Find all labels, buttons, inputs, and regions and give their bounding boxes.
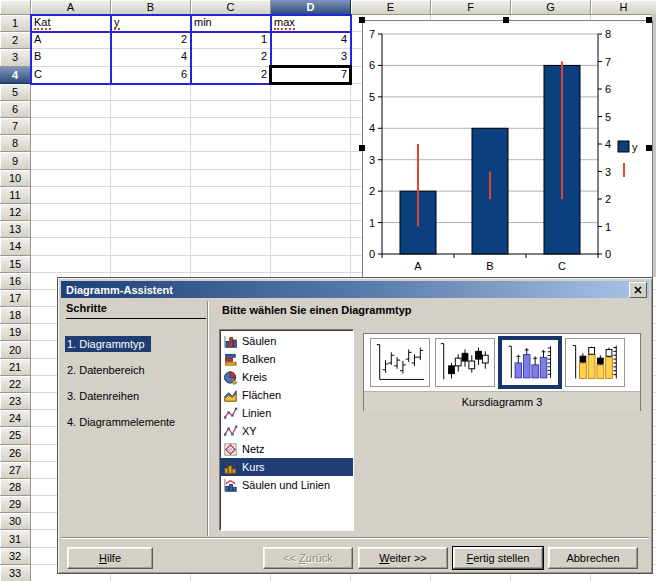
grid-cell[interactable] — [271, 238, 351, 255]
grid-cell[interactable] — [191, 204, 271, 221]
subtype-thumb-4[interactable] — [565, 338, 625, 387]
grid-cell[interactable] — [271, 170, 351, 187]
row-header-2[interactable]: 2 — [0, 32, 31, 49]
chart-resize-handle[interactable] — [503, 17, 509, 23]
wizard-step-2[interactable]: 2. Datenbereich — [65, 362, 151, 378]
wizard-step-4[interactable]: 4. Diagrammelemente — [65, 414, 181, 430]
cell-A3[interactable]: B — [31, 49, 110, 65]
chart-resize-handle[interactable] — [646, 145, 652, 151]
chart-type-bar-chart[interactable]: Balken — [220, 350, 353, 368]
chart-resize-handle[interactable] — [646, 17, 652, 23]
col-header-E[interactable]: E — [351, 0, 431, 15]
grid-cell[interactable] — [111, 187, 191, 204]
grid-cell[interactable] — [191, 135, 271, 152]
embedded-chart[interactable]: 01234567012345678ABCy — [362, 20, 653, 279]
grid-cell[interactable] — [111, 84, 191, 101]
grid-cell[interactable] — [191, 238, 271, 255]
grid-cell[interactable] — [111, 170, 191, 187]
grid-cell[interactable] — [31, 101, 111, 118]
col-header-B[interactable]: B — [111, 0, 191, 15]
grid-cell[interactable] — [271, 135, 351, 152]
row-header-16[interactable]: 16 — [0, 273, 31, 290]
cell-C3[interactable]: 2 — [191, 49, 270, 65]
grid-cell[interactable] — [111, 221, 191, 238]
grid-cell[interactable] — [111, 101, 191, 118]
chart-type-net-chart[interactable]: Netz — [220, 440, 353, 458]
row-header-10[interactable]: 10 — [0, 170, 31, 187]
row-header-9[interactable]: 9 — [0, 152, 31, 169]
grid-cell[interactable] — [31, 221, 111, 238]
cell-C1[interactable]: min — [191, 15, 270, 31]
row-header-22[interactable]: 22 — [0, 376, 31, 393]
grid-cell[interactable] — [191, 187, 271, 204]
grid-cell[interactable] — [111, 135, 191, 152]
grid-cell[interactable] — [31, 84, 111, 101]
grid-cell[interactable] — [111, 238, 191, 255]
row-header-11[interactable]: 11 — [0, 187, 31, 204]
row-header-6[interactable]: 6 — [0, 101, 31, 118]
subtype-thumb-2[interactable] — [435, 338, 495, 387]
cell-A1[interactable]: Kat — [31, 15, 110, 31]
grid-cell[interactable] — [31, 238, 111, 255]
cell-B3[interactable]: 4 — [111, 49, 190, 65]
row-header-3[interactable]: 3 — [0, 49, 31, 66]
row-header-32[interactable]: 32 — [0, 548, 31, 565]
row-header-5[interactable]: 5 — [0, 84, 31, 101]
row-header-8[interactable]: 8 — [0, 135, 31, 152]
cell-D4[interactable]: 7 — [271, 67, 350, 83]
cell-C2[interactable]: 1 — [191, 32, 270, 48]
cell-B2[interactable]: 2 — [111, 32, 190, 48]
close-icon[interactable] — [629, 282, 647, 298]
row-header-1[interactable]: 1 — [0, 15, 31, 32]
grid-cell[interactable] — [271, 187, 351, 204]
row-header-4[interactable]: 4 — [0, 67, 31, 84]
grid-cell[interactable] — [31, 118, 111, 135]
grid-cell[interactable] — [31, 187, 111, 204]
cell-D3[interactable]: 3 — [271, 49, 350, 65]
row-header-12[interactable]: 12 — [0, 204, 31, 221]
col-header-A[interactable]: A — [31, 0, 111, 15]
grid-cell[interactable] — [191, 221, 271, 238]
row-header-25[interactable]: 25 — [0, 427, 31, 444]
row-header-13[interactable]: 13 — [0, 221, 31, 238]
chart-type-stock-chart[interactable]: Kurs — [220, 458, 353, 476]
row-header-21[interactable]: 21 — [0, 359, 31, 376]
chart-type-area-chart[interactable]: Flächen — [220, 386, 353, 404]
row-header-24[interactable]: 24 — [0, 410, 31, 427]
row-header-33[interactable]: 33 — [0, 565, 31, 581]
grid-cell[interactable] — [191, 256, 271, 273]
chart-type-column-chart[interactable]: Säulen — [220, 332, 353, 350]
grid-cell[interactable] — [31, 135, 111, 152]
wizard-step-1[interactable]: 1. Diagrammtyp — [65, 336, 151, 352]
row-header-15[interactable]: 15 — [0, 256, 31, 273]
col-header-H[interactable]: H — [591, 0, 656, 15]
grid-cell[interactable] — [271, 152, 351, 169]
row-header-18[interactable]: 18 — [0, 307, 31, 324]
cell-D1[interactable]: max — [271, 15, 350, 31]
chart-type-line-chart[interactable]: Linien — [220, 404, 353, 422]
cell-A2[interactable]: A — [31, 32, 110, 48]
grid-cell[interactable] — [271, 101, 351, 118]
cell-C4[interactable]: 2 — [191, 67, 270, 83]
cell-B1[interactable]: y — [111, 15, 190, 31]
subtype-thumb-1[interactable] — [370, 338, 430, 387]
col-header-C[interactable]: C — [191, 0, 271, 15]
row-header-28[interactable]: 28 — [0, 479, 31, 496]
grid-cell[interactable] — [31, 152, 111, 169]
dialog-titlebar[interactable]: Diagramm-Assistent — [61, 281, 649, 298]
legend-swatch-y[interactable] — [618, 141, 629, 152]
grid-cell[interactable] — [111, 118, 191, 135]
row-header-14[interactable]: 14 — [0, 238, 31, 255]
grid-cell[interactable] — [271, 221, 351, 238]
grid-cell[interactable] — [191, 170, 271, 187]
col-header-G[interactable]: G — [511, 0, 591, 15]
sheet-corner-button[interactable] — [0, 0, 31, 15]
fertig-stellen-button[interactable]: Fertig stellen — [453, 547, 543, 569]
cell-A4[interactable]: C — [31, 67, 110, 83]
chart-type-pie-chart[interactable]: Kreis — [220, 368, 353, 386]
abbrechen-button[interactable]: Abbrechen — [548, 547, 638, 569]
grid-cell[interactable] — [31, 256, 111, 273]
grid-cell[interactable] — [111, 256, 191, 273]
grid-cell[interactable] — [111, 152, 191, 169]
grid-cell[interactable] — [31, 170, 111, 187]
